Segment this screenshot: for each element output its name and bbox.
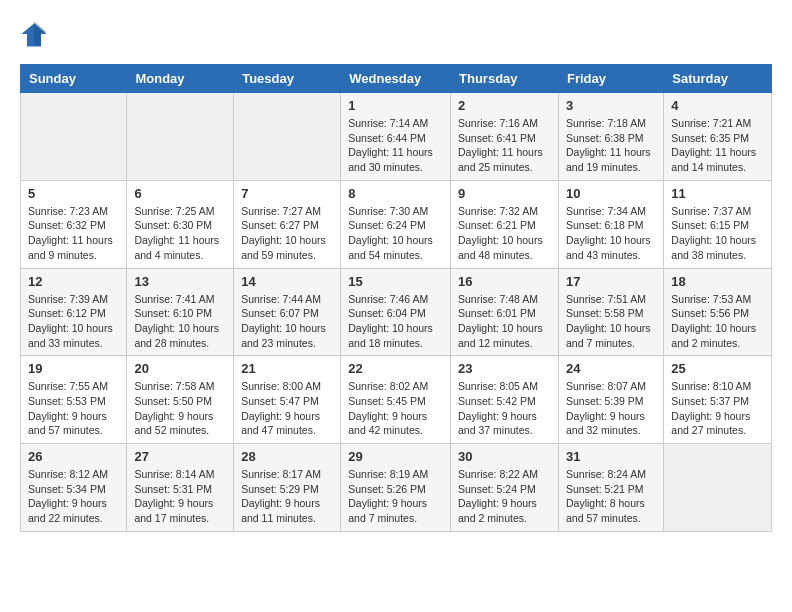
day-info: Sunrise: 7:48 AM Sunset: 6:01 PM Dayligh… [458, 292, 551, 351]
calendar-cell: 29Sunrise: 8:19 AM Sunset: 5:26 PM Dayli… [341, 444, 451, 532]
calendar-cell: 16Sunrise: 7:48 AM Sunset: 6:01 PM Dayli… [451, 268, 559, 356]
calendar-week-row: 26Sunrise: 8:12 AM Sunset: 5:34 PM Dayli… [21, 444, 772, 532]
calendar-cell: 19Sunrise: 7:55 AM Sunset: 5:53 PM Dayli… [21, 356, 127, 444]
day-info: Sunrise: 8:00 AM Sunset: 5:47 PM Dayligh… [241, 379, 333, 438]
calendar-cell: 17Sunrise: 7:51 AM Sunset: 5:58 PM Dayli… [558, 268, 663, 356]
day-number: 11 [671, 186, 764, 201]
calendar-cell: 23Sunrise: 8:05 AM Sunset: 5:42 PM Dayli… [451, 356, 559, 444]
calendar-cell: 25Sunrise: 8:10 AM Sunset: 5:37 PM Dayli… [664, 356, 772, 444]
calendar-cell: 27Sunrise: 8:14 AM Sunset: 5:31 PM Dayli… [127, 444, 234, 532]
day-number: 20 [134, 361, 226, 376]
calendar-cell: 24Sunrise: 8:07 AM Sunset: 5:39 PM Dayli… [558, 356, 663, 444]
day-info: Sunrise: 7:41 AM Sunset: 6:10 PM Dayligh… [134, 292, 226, 351]
calendar-cell: 28Sunrise: 8:17 AM Sunset: 5:29 PM Dayli… [234, 444, 341, 532]
day-info: Sunrise: 8:17 AM Sunset: 5:29 PM Dayligh… [241, 467, 333, 526]
calendar-cell: 18Sunrise: 7:53 AM Sunset: 5:56 PM Dayli… [664, 268, 772, 356]
day-number: 26 [28, 449, 119, 464]
day-info: Sunrise: 8:02 AM Sunset: 5:45 PM Dayligh… [348, 379, 443, 438]
calendar-cell: 2Sunrise: 7:16 AM Sunset: 6:41 PM Daylig… [451, 93, 559, 181]
calendar-cell: 9Sunrise: 7:32 AM Sunset: 6:21 PM Daylig… [451, 180, 559, 268]
day-header-tuesday: Tuesday [234, 65, 341, 93]
day-number: 29 [348, 449, 443, 464]
day-info: Sunrise: 7:27 AM Sunset: 6:27 PM Dayligh… [241, 204, 333, 263]
logo-icon [20, 20, 48, 48]
calendar-cell: 14Sunrise: 7:44 AM Sunset: 6:07 PM Dayli… [234, 268, 341, 356]
page-header [20, 20, 772, 48]
day-info: Sunrise: 8:24 AM Sunset: 5:21 PM Dayligh… [566, 467, 656, 526]
day-number: 13 [134, 274, 226, 289]
day-header-friday: Friday [558, 65, 663, 93]
day-number: 31 [566, 449, 656, 464]
day-number: 22 [348, 361, 443, 376]
logo [20, 20, 50, 48]
day-number: 4 [671, 98, 764, 113]
day-info: Sunrise: 8:22 AM Sunset: 5:24 PM Dayligh… [458, 467, 551, 526]
day-number: 2 [458, 98, 551, 113]
calendar-cell: 6Sunrise: 7:25 AM Sunset: 6:30 PM Daylig… [127, 180, 234, 268]
calendar-cell: 21Sunrise: 8:00 AM Sunset: 5:47 PM Dayli… [234, 356, 341, 444]
calendar-cell: 10Sunrise: 7:34 AM Sunset: 6:18 PM Dayli… [558, 180, 663, 268]
day-info: Sunrise: 7:30 AM Sunset: 6:24 PM Dayligh… [348, 204, 443, 263]
calendar-week-row: 12Sunrise: 7:39 AM Sunset: 6:12 PM Dayli… [21, 268, 772, 356]
calendar-cell: 4Sunrise: 7:21 AM Sunset: 6:35 PM Daylig… [664, 93, 772, 181]
day-info: Sunrise: 7:21 AM Sunset: 6:35 PM Dayligh… [671, 116, 764, 175]
calendar-cell [21, 93, 127, 181]
calendar-cell [664, 444, 772, 532]
day-info: Sunrise: 8:19 AM Sunset: 5:26 PM Dayligh… [348, 467, 443, 526]
day-info: Sunrise: 8:05 AM Sunset: 5:42 PM Dayligh… [458, 379, 551, 438]
day-info: Sunrise: 7:58 AM Sunset: 5:50 PM Dayligh… [134, 379, 226, 438]
calendar-cell: 11Sunrise: 7:37 AM Sunset: 6:15 PM Dayli… [664, 180, 772, 268]
day-info: Sunrise: 7:18 AM Sunset: 6:38 PM Dayligh… [566, 116, 656, 175]
calendar-week-row: 1Sunrise: 7:14 AM Sunset: 6:44 PM Daylig… [21, 93, 772, 181]
day-number: 24 [566, 361, 656, 376]
day-number: 6 [134, 186, 226, 201]
calendar-cell: 13Sunrise: 7:41 AM Sunset: 6:10 PM Dayli… [127, 268, 234, 356]
calendar-cell: 22Sunrise: 8:02 AM Sunset: 5:45 PM Dayli… [341, 356, 451, 444]
calendar-cell: 31Sunrise: 8:24 AM Sunset: 5:21 PM Dayli… [558, 444, 663, 532]
day-number: 7 [241, 186, 333, 201]
calendar-cell: 3Sunrise: 7:18 AM Sunset: 6:38 PM Daylig… [558, 93, 663, 181]
day-number: 16 [458, 274, 551, 289]
day-info: Sunrise: 8:07 AM Sunset: 5:39 PM Dayligh… [566, 379, 656, 438]
day-info: Sunrise: 8:10 AM Sunset: 5:37 PM Dayligh… [671, 379, 764, 438]
day-number: 8 [348, 186, 443, 201]
day-header-thursday: Thursday [451, 65, 559, 93]
day-info: Sunrise: 7:46 AM Sunset: 6:04 PM Dayligh… [348, 292, 443, 351]
day-info: Sunrise: 7:44 AM Sunset: 6:07 PM Dayligh… [241, 292, 333, 351]
day-number: 3 [566, 98, 656, 113]
day-info: Sunrise: 7:55 AM Sunset: 5:53 PM Dayligh… [28, 379, 119, 438]
day-number: 14 [241, 274, 333, 289]
calendar-header-row: SundayMondayTuesdayWednesdayThursdayFrid… [21, 65, 772, 93]
day-number: 28 [241, 449, 333, 464]
day-info: Sunrise: 7:51 AM Sunset: 5:58 PM Dayligh… [566, 292, 656, 351]
calendar-week-row: 5Sunrise: 7:23 AM Sunset: 6:32 PM Daylig… [21, 180, 772, 268]
day-number: 5 [28, 186, 119, 201]
calendar-cell: 12Sunrise: 7:39 AM Sunset: 6:12 PM Dayli… [21, 268, 127, 356]
day-info: Sunrise: 7:34 AM Sunset: 6:18 PM Dayligh… [566, 204, 656, 263]
calendar-table: SundayMondayTuesdayWednesdayThursdayFrid… [20, 64, 772, 532]
day-info: Sunrise: 7:16 AM Sunset: 6:41 PM Dayligh… [458, 116, 551, 175]
calendar-cell: 15Sunrise: 7:46 AM Sunset: 6:04 PM Dayli… [341, 268, 451, 356]
calendar-cell: 5Sunrise: 7:23 AM Sunset: 6:32 PM Daylig… [21, 180, 127, 268]
day-number: 23 [458, 361, 551, 376]
day-number: 25 [671, 361, 764, 376]
calendar-cell: 7Sunrise: 7:27 AM Sunset: 6:27 PM Daylig… [234, 180, 341, 268]
day-header-sunday: Sunday [21, 65, 127, 93]
day-header-monday: Monday [127, 65, 234, 93]
day-info: Sunrise: 7:37 AM Sunset: 6:15 PM Dayligh… [671, 204, 764, 263]
calendar-cell [234, 93, 341, 181]
day-header-wednesday: Wednesday [341, 65, 451, 93]
day-number: 21 [241, 361, 333, 376]
day-info: Sunrise: 8:14 AM Sunset: 5:31 PM Dayligh… [134, 467, 226, 526]
day-number: 12 [28, 274, 119, 289]
calendar-cell: 8Sunrise: 7:30 AM Sunset: 6:24 PM Daylig… [341, 180, 451, 268]
day-number: 19 [28, 361, 119, 376]
day-number: 27 [134, 449, 226, 464]
calendar-cell: 30Sunrise: 8:22 AM Sunset: 5:24 PM Dayli… [451, 444, 559, 532]
calendar-cell [127, 93, 234, 181]
day-number: 1 [348, 98, 443, 113]
calendar-cell: 20Sunrise: 7:58 AM Sunset: 5:50 PM Dayli… [127, 356, 234, 444]
calendar-week-row: 19Sunrise: 7:55 AM Sunset: 5:53 PM Dayli… [21, 356, 772, 444]
day-info: Sunrise: 7:32 AM Sunset: 6:21 PM Dayligh… [458, 204, 551, 263]
day-number: 9 [458, 186, 551, 201]
